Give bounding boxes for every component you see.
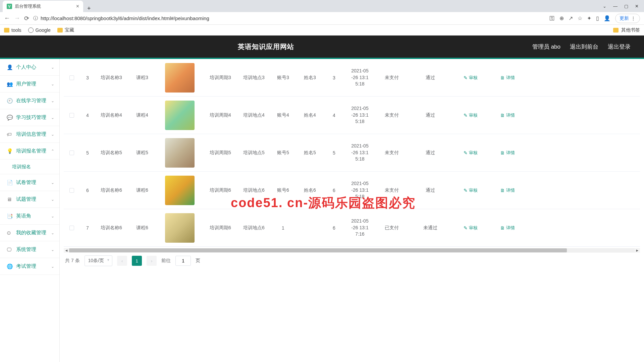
cell-course: 课程4	[127, 110, 157, 121]
sidebar-item-11[interactable]: 🌐考试管理⌄	[0, 258, 59, 275]
row-checkbox[interactable]	[69, 150, 74, 155]
tab-bar: V 后台管理系统 × + ⌄ — ▢ ✕	[0, 0, 644, 12]
detail-icon: 🗎	[500, 75, 505, 80]
cell-training-name: 培训名称6	[95, 185, 127, 196]
sidebar-item-10[interactable]: 🖵系统管理⌄	[0, 241, 59, 258]
sidebar-item-2[interactable]: 🕘在线学习管理⌄	[0, 93, 59, 109]
minimize-icon[interactable]: —	[613, 4, 618, 9]
page-size-select[interactable]: 10条/页	[85, 255, 112, 266]
table-row: 7 培训名称6 课程6 培训周期6 培训地点6 1 6 2021-05-26 1…	[64, 209, 640, 247]
row-checkbox[interactable]	[69, 113, 74, 118]
extensions-icon[interactable]: ✦	[587, 15, 591, 21]
horizontal-scrollbar[interactable]: ◄ ►	[64, 248, 640, 253]
detail-button[interactable]: 🗎详情	[500, 225, 515, 231]
cell-training-name: 培训名称3	[95, 72, 127, 83]
bookmarks-bar: tools Google 宝藏 其他书签	[0, 25, 644, 36]
row-checkbox[interactable]	[69, 226, 74, 230]
sidebar-item-7[interactable]: 🖥试题管理⌄	[0, 191, 59, 208]
bookmark-google[interactable]: Google	[28, 27, 51, 33]
detail-button[interactable]: 🗎详情	[500, 112, 515, 118]
reload-button[interactable]: ⟳	[24, 15, 29, 22]
sidebar-item-8[interactable]: 📑英语角⌄	[0, 208, 59, 225]
logout-link[interactable]: 退出登录	[608, 43, 631, 51]
browser-tab[interactable]: V 后台管理系统 ×	[3, 1, 83, 12]
thumbnail-image	[165, 138, 195, 168]
bulb-icon: 💡	[7, 148, 13, 154]
zoom-icon[interactable]: ⊕	[559, 15, 564, 21]
chevron-down-icon: ⌄	[51, 132, 54, 137]
detail-button[interactable]: 🗎详情	[500, 150, 515, 156]
sidebar-item-3[interactable]: 💬学习技巧管理⌄	[0, 109, 59, 126]
sidebar-label: 我的收藏管理	[16, 230, 46, 236]
sidebar-item-9[interactable]: ⊙我的收藏管理⌄	[0, 225, 59, 241]
sidebar-item-5[interactable]: 💡培训报名管理⌃	[0, 143, 59, 160]
row-checkbox[interactable]	[69, 188, 74, 193]
globe-icon	[28, 27, 34, 33]
bookmark-star-icon[interactable]: ☆	[578, 15, 582, 21]
sidebar-item-6[interactable]: 📄试卷管理⌄	[0, 174, 59, 191]
update-button[interactable]: 更新 ⋮	[615, 14, 640, 23]
chevron-down-icon: ⌄	[51, 180, 54, 185]
chevron-down-icon: ⌄	[51, 115, 54, 120]
other-bookmarks[interactable]: 其他书签	[613, 27, 640, 33]
audit-button[interactable]: ✎审核	[464, 187, 478, 193]
audit-button[interactable]: ✎审核	[464, 225, 478, 231]
detail-button[interactable]: 🗎详情	[500, 75, 515, 81]
clock-icon: 🕘	[7, 98, 13, 104]
site-info-icon[interactable]: ⓘ	[33, 15, 38, 21]
scroll-left-icon[interactable]: ◄	[64, 248, 69, 252]
detail-button[interactable]: 🗎详情	[500, 187, 515, 193]
key-icon[interactable]: ⚿	[549, 15, 555, 21]
new-tab-button[interactable]: +	[83, 5, 95, 12]
audit-button[interactable]: ✎审核	[464, 150, 478, 156]
profile-icon[interactable]: 👤	[604, 15, 610, 21]
chevron-down-icon: ⌄	[51, 99, 54, 103]
sidebar-label: 试题管理	[16, 196, 36, 202]
row-checkbox[interactable]	[69, 75, 74, 80]
goto-page-input[interactable]	[175, 256, 191, 266]
dropdown-icon[interactable]: ⌄	[603, 4, 606, 9]
people-icon: 👥	[7, 81, 13, 87]
tab-title: 后台管理系统	[15, 3, 41, 9]
bookmark-tools[interactable]: tools	[4, 27, 21, 33]
sidebar-item-4[interactable]: 🏷培训信息管理⌄	[0, 126, 59, 143]
cell-number: 3	[323, 72, 345, 83]
scroll-thumb[interactable]	[69, 248, 567, 252]
url-input[interactable]: ⓘ http://localhost:8080/springbootk3yl6/…	[33, 15, 545, 21]
admin-label[interactable]: 管理员 abo	[532, 43, 560, 51]
page-1-button[interactable]: 1	[132, 256, 142, 266]
cell-payment-status: 未支付	[375, 110, 409, 121]
next-page-button[interactable]: ›	[147, 256, 157, 266]
scroll-right-icon[interactable]: ►	[635, 248, 640, 252]
cell-course: 课程6	[127, 185, 157, 196]
detail-icon: 🗎	[500, 225, 505, 231]
cell-number: 5	[323, 147, 345, 158]
exit-to-front-link[interactable]: 退出到前台	[570, 43, 598, 51]
close-window-icon[interactable]: ✕	[635, 4, 639, 9]
side-panel-icon[interactable]: ▯	[596, 15, 599, 21]
forward-button[interactable]: →	[14, 15, 20, 22]
sidebar-item-0[interactable]: 👤个人中心⌄	[0, 59, 59, 76]
table-row: 4 培训名称4 课程4 培训周期4 培训地点4 账号4 姓名4 4 2021-0…	[64, 97, 640, 134]
detail-icon: 🗎	[500, 188, 505, 193]
maximize-icon[interactable]: ▢	[624, 4, 628, 9]
chevron-down-icon: ⌄	[51, 264, 54, 269]
sidebar-sub-item[interactable]: 培训报名	[0, 160, 59, 174]
sidebar-label: 考试管理	[16, 263, 36, 269]
sidebar-label: 在线学习管理	[16, 98, 46, 104]
tab-close-icon[interactable]: ×	[76, 3, 79, 9]
cell-payment-status: 已支付	[375, 222, 409, 234]
cell-account: 账号4	[270, 110, 297, 121]
cell-account: 账号3	[270, 72, 297, 83]
share-icon[interactable]: ↗	[569, 15, 573, 21]
back-button[interactable]: ←	[4, 15, 10, 22]
prev-page-button[interactable]: ‹	[117, 256, 127, 266]
scroll-track[interactable]	[69, 248, 635, 252]
bookmark-baozang[interactable]: 宝藏	[57, 27, 74, 33]
cell-payment-status: 未支付	[375, 72, 409, 83]
sidebar-item-1[interactable]: 👥用户管理⌄	[0, 76, 59, 93]
cell-place: 培训地点4	[238, 110, 270, 121]
audit-button[interactable]: ✎审核	[464, 112, 478, 118]
audit-button[interactable]: ✎审核	[464, 75, 478, 81]
detail-icon: 🗎	[500, 113, 505, 118]
